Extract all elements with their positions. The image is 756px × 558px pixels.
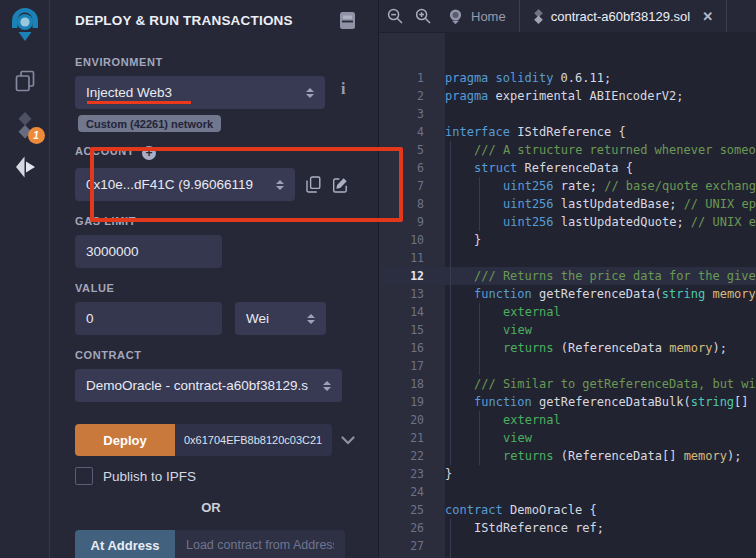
zoom-out-icon[interactable] bbox=[387, 8, 403, 24]
line-content: uint256 lastUpdatedBase; // UNIX epoch bbox=[445, 195, 756, 213]
code-line[interactable]: 12/// Returns the price data for the giv… bbox=[379, 267, 756, 285]
account-value: 0x10e...dF41C (9.96066119 bbox=[86, 177, 270, 192]
red-underline-annotation bbox=[87, 101, 191, 104]
line-number: 7 bbox=[379, 177, 445, 195]
line-content: function getReferenceData(string memory bbox=[445, 285, 756, 303]
at-address-button[interactable]: At Address bbox=[75, 530, 175, 558]
code-line[interactable]: 9uint256 lastUpdatedQuote; // UNIX epoch bbox=[379, 213, 756, 231]
editor: Home contract-a60bf38129.sol ✕ 1pragma s… bbox=[378, 0, 756, 558]
tab-label: contract-a60bf38129.sol bbox=[551, 9, 690, 24]
publish-ipfs-checkbox[interactable] bbox=[75, 467, 93, 485]
code-line[interactable]: 18/// Similar to getReferenceData, but w… bbox=[379, 375, 756, 393]
code-line[interactable]: 8uint256 lastUpdatedBase; // UNIX epoch bbox=[379, 195, 756, 213]
code-line[interactable]: 7uint256 rate; // base/quote exchange bbox=[379, 177, 756, 195]
line-number: 5 bbox=[379, 141, 445, 159]
line-number: 17 bbox=[379, 357, 445, 375]
deploy-button[interactable]: Deploy bbox=[75, 424, 175, 456]
remix-logo-icon[interactable] bbox=[6, 8, 44, 44]
chevron-down-icon[interactable] bbox=[341, 436, 355, 445]
code-line[interactable]: 4interface IStdReference { bbox=[379, 123, 756, 141]
account-select[interactable]: 0x10e...dF41C (9.96066119 bbox=[75, 168, 295, 201]
code-line[interactable]: 26IStdReference ref; bbox=[379, 519, 756, 537]
code-line[interactable]: 19function getReferenceDataBulk(string[] bbox=[379, 393, 756, 411]
home-icon bbox=[447, 8, 464, 25]
tab-home[interactable]: Home bbox=[441, 0, 519, 32]
code-line[interactable]: 15view bbox=[379, 321, 756, 339]
add-account-icon[interactable]: + bbox=[142, 146, 156, 160]
code-line[interactable]: 25contract DemoOracle { bbox=[379, 501, 756, 519]
at-address-input[interactable] bbox=[175, 530, 345, 558]
line-number: 10 bbox=[379, 231, 445, 249]
code-line[interactable]: 11 bbox=[379, 249, 756, 267]
line-content: contract DemoOracle { bbox=[445, 501, 756, 519]
publish-ipfs-label: Publish to IPFS bbox=[103, 469, 196, 484]
select-arrows-icon bbox=[306, 88, 314, 98]
line-content: } bbox=[445, 231, 756, 249]
close-icon[interactable]: ✕ bbox=[702, 9, 713, 24]
line-content: pragma experimental ABIEncoderV2; bbox=[445, 87, 756, 105]
code-editor[interactable]: 1pragma solidity 0.6.11;2pragma experime… bbox=[379, 33, 756, 558]
line-content bbox=[445, 105, 756, 123]
gas-limit-input[interactable] bbox=[75, 235, 222, 268]
remix-ide: 1 DEPLOY & RUN TRANSACTIONS ENVIRONMENT bbox=[0, 0, 756, 558]
environment-value: Injected Web3 bbox=[86, 85, 300, 100]
code-line[interactable]: 1pragma solidity 0.6.11; bbox=[379, 69, 756, 87]
deploy-address-input[interactable] bbox=[175, 424, 332, 456]
contract-value: DemoOracle - contract-a60bf38129.s bbox=[86, 378, 323, 393]
line-content bbox=[445, 483, 756, 501]
edit-icon[interactable] bbox=[332, 177, 348, 193]
code-line[interactable]: 24 bbox=[379, 483, 756, 501]
line-content: returns (ReferenceData memory); bbox=[445, 339, 756, 357]
code-line[interactable]: 22returns (ReferenceData[] memory); bbox=[379, 447, 756, 465]
contract-select[interactable]: DemoOracle - contract-a60bf38129.s bbox=[75, 369, 342, 402]
select-arrows-icon bbox=[276, 180, 284, 190]
editor-tab-bar: Home contract-a60bf38129.sol ✕ bbox=[379, 0, 756, 33]
value-unit-select[interactable]: Wei bbox=[235, 302, 326, 335]
line-content: view bbox=[445, 321, 756, 339]
line-number: 8 bbox=[379, 195, 445, 213]
code-area: 1pragma solidity 0.6.11;2pragma experime… bbox=[379, 69, 756, 558]
line-number: 11 bbox=[379, 249, 445, 267]
line-number: 19 bbox=[379, 393, 445, 411]
code-line[interactable]: 5/// A structure returned whenever someo… bbox=[379, 141, 756, 159]
code-line[interactable]: 27 bbox=[379, 537, 756, 555]
file-explorer-icon[interactable] bbox=[12, 68, 38, 94]
code-line[interactable]: 3 bbox=[379, 105, 756, 123]
solidity-file-icon bbox=[533, 9, 544, 24]
value-unit: Wei bbox=[246, 311, 301, 326]
code-line[interactable]: 16returns (ReferenceData memory); bbox=[379, 339, 756, 357]
code-line[interactable]: 14external bbox=[379, 303, 756, 321]
line-number: 14 bbox=[379, 303, 445, 321]
deploy-run-panel: DEPLOY & RUN TRANSACTIONS ENVIRONMENT In… bbox=[50, 0, 378, 558]
line-content: function getReferenceDataBulk(string[] bbox=[445, 393, 756, 411]
deploy-run-icon[interactable] bbox=[12, 155, 38, 179]
code-line[interactable]: 17 bbox=[379, 357, 756, 375]
line-number: 20 bbox=[379, 411, 445, 429]
code-line[interactable]: 10} bbox=[379, 231, 756, 249]
line-content: struct ReferenceData { bbox=[445, 159, 756, 177]
code-line[interactable]: 2pragma experimental ABIEncoderV2; bbox=[379, 87, 756, 105]
line-number: 3 bbox=[379, 105, 445, 123]
line-number: 4 bbox=[379, 123, 445, 141]
copy-icon[interactable] bbox=[306, 176, 321, 193]
line-content: returns (ReferenceData[] memory); bbox=[445, 447, 756, 465]
code-line[interactable]: 23} bbox=[379, 465, 756, 483]
environment-select[interactable]: Injected Web3 bbox=[75, 76, 325, 109]
value-input[interactable] bbox=[75, 302, 222, 335]
tab-contract-file[interactable]: contract-a60bf38129.sol ✕ bbox=[519, 0, 727, 32]
code-line[interactable]: 13function getReferenceData(string memor… bbox=[379, 285, 756, 303]
code-line[interactable]: 21view bbox=[379, 429, 756, 447]
line-content bbox=[445, 537, 756, 555]
info-icon[interactable]: i bbox=[341, 80, 345, 98]
code-line[interactable]: 20external bbox=[379, 411, 756, 429]
line-content bbox=[445, 357, 756, 375]
zoom-in-icon[interactable] bbox=[415, 8, 431, 24]
line-content: external bbox=[445, 411, 756, 429]
line-number: 18 bbox=[379, 375, 445, 393]
code-line[interactable]: 6struct ReferenceData { bbox=[379, 159, 756, 177]
journal-icon[interactable] bbox=[340, 12, 355, 29]
line-number: 15 bbox=[379, 321, 445, 339]
line-number: 12 bbox=[379, 267, 445, 285]
solidity-compiler-icon[interactable]: 1 bbox=[14, 112, 36, 139]
or-label: OR bbox=[75, 500, 347, 515]
